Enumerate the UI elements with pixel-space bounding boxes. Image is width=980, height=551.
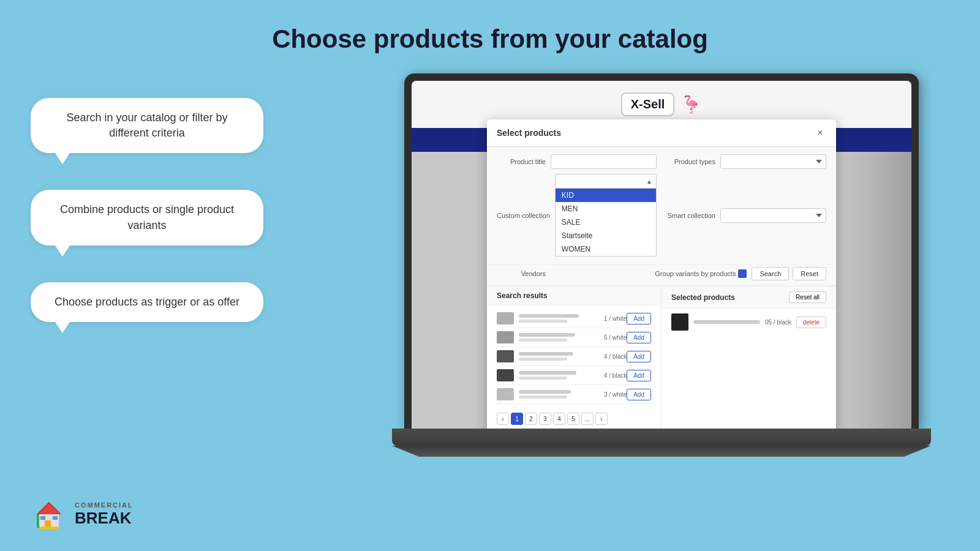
modal-columns: Search results 1 / white: [487, 286, 836, 429]
custom-collection-row: Custom collection ▲ KID MEN SALE Startse…: [497, 174, 657, 257]
logo-break: BREAK: [75, 509, 134, 528]
callout-trigger-text: Choose products as trigger or as offer: [55, 296, 239, 308]
page-2-btn[interactable]: 2: [525, 413, 537, 425]
product-list: 1 / white Add 5 / white: [487, 305, 661, 408]
product-info-4: [519, 371, 599, 380]
product-bar-short-5: [519, 395, 567, 399]
brand-name: X-Sell: [631, 97, 665, 111]
product-title-row: Product title: [497, 154, 657, 169]
group-variants-label: Group variants by products: [655, 269, 747, 278]
group-variants-text: Group variants by products: [655, 270, 736, 277]
add-button-5[interactable]: Add: [627, 389, 651, 400]
svg-rect-4: [40, 516, 45, 520]
add-button-1[interactable]: Add: [627, 313, 651, 324]
smart-collection-row: Smart collection: [666, 174, 826, 257]
vendors-filter-label: Vendors: [497, 270, 546, 277]
page-ellipsis: ...: [581, 413, 594, 425]
product-bar-short-1: [519, 320, 567, 323]
product-bar-3: [519, 352, 573, 356]
svg-rect-7: [37, 514, 39, 528]
product-variant-1: 1 / white: [604, 315, 627, 322]
product-item-1: 1 / white Add: [497, 309, 651, 328]
page-1-btn[interactable]: 1: [511, 413, 523, 425]
chevron-up-icon: ▲: [646, 178, 652, 185]
product-bar-5: [519, 390, 571, 394]
product-types-label: Product types: [666, 158, 715, 165]
flamingo-icon: 🦩: [680, 94, 702, 114]
page-prev-btn[interactable]: ‹: [497, 413, 509, 425]
vendor-startseite[interactable]: Startseite: [556, 229, 656, 242]
product-variant-5: 3 / white: [604, 391, 627, 398]
logo-icon: [31, 496, 67, 533]
product-thumb-1: [497, 312, 514, 324]
add-button-4[interactable]: Add: [627, 370, 651, 381]
delete-button-1[interactable]: delete: [796, 317, 826, 328]
app-content: Select products × Product title Product …: [412, 152, 911, 429]
custom-collection-trigger[interactable]: ▲: [555, 174, 657, 189]
laptop-base: [392, 429, 931, 446]
vendor-sale[interactable]: SALE: [556, 216, 656, 229]
vendor-women[interactable]: WOMEN: [556, 242, 656, 256]
selected-products-header: Selected products Reset all: [662, 287, 836, 309]
modal-select-products: Select products × Product title Product …: [487, 119, 836, 429]
product-title-input[interactable]: [551, 154, 657, 169]
vendor-kid[interactable]: KID: [556, 189, 656, 202]
logo-commercial: COMMERCIAL: [75, 501, 134, 509]
page-title: Choose products from your catalog: [0, 0, 980, 54]
modal-close-button[interactable]: ×: [814, 127, 826, 139]
svg-rect-8: [39, 527, 59, 529]
group-variants-checkbox[interactable]: [738, 269, 747, 278]
add-button-3[interactable]: Add: [627, 351, 651, 362]
page-4-btn[interactable]: 4: [553, 413, 565, 425]
product-info-5: [519, 390, 599, 399]
product-item-5: 3 / white Add: [497, 385, 651, 404]
product-thumb-3: [497, 350, 514, 362]
product-item-3: 4 / black Add: [497, 347, 651, 366]
add-button-2[interactable]: Add: [627, 332, 651, 343]
selected-products-col: Selected products Reset all 05 / black d…: [662, 287, 836, 429]
reset-button[interactable]: Reset: [793, 267, 826, 280]
product-bar-1: [519, 314, 579, 318]
modal-filters: Product title Product types Custom colle…: [487, 147, 836, 264]
product-types-select[interactable]: [720, 154, 826, 169]
logo-text: COMMERCIAL BREAK: [75, 501, 134, 528]
product-title-label: Product title: [497, 158, 546, 165]
product-item-2: 5 / white Add: [497, 328, 651, 347]
laptop: X-Sell 🦩 Select products ×: [404, 73, 931, 514]
callout-combine: Combine products or single product varia…: [31, 190, 263, 245]
smart-collection-label: Smart collection: [666, 212, 715, 219]
callout-search-text: Search in your catalog or filter by diff…: [66, 111, 227, 139]
page-5-btn[interactable]: 5: [567, 413, 579, 425]
product-thumb-4: [497, 369, 514, 381]
product-bar-short-3: [519, 358, 567, 361]
custom-collection-label: Custom collection: [497, 212, 550, 219]
page-next-btn[interactable]: ›: [595, 413, 608, 425]
product-bar-short-4: [519, 377, 567, 380]
search-results-col: Search results 1 / white: [487, 287, 662, 429]
product-info-1: [519, 314, 599, 323]
reset-all-button[interactable]: Reset all: [789, 291, 826, 303]
custom-collection-container: ▲ KID MEN SALE Startseite WOMEN: [555, 174, 657, 257]
laptop-screen-inner: X-Sell 🦩 Select products ×: [412, 81, 911, 429]
vendor-men[interactable]: MEN: [556, 202, 656, 216]
callout-combine-text: Combine products or single product varia…: [60, 203, 234, 231]
product-thumb-2: [497, 331, 514, 343]
xsell-badge: X-Sell: [621, 92, 675, 116]
page-3-btn[interactable]: 3: [539, 413, 551, 425]
product-item-4: 4 / black Add: [497, 366, 651, 385]
selected-bar-1: [693, 320, 760, 324]
product-bar-4: [519, 371, 576, 375]
selected-product-item-1: 05 / black delete: [662, 309, 836, 335]
product-variant-2: 5 / white: [604, 334, 627, 341]
selected-variant-1: 05 / black: [765, 319, 791, 326]
vendors-list: KID MEN SALE Startseite WOMEN: [555, 189, 657, 257]
smart-collection-select[interactable]: [720, 208, 826, 223]
modal-header: Select products ×: [487, 119, 836, 147]
search-button[interactable]: Search: [752, 267, 789, 280]
product-variant-3: 4 / black: [604, 353, 627, 360]
product-types-row: Product types: [666, 154, 826, 169]
search-results-header: Search results: [487, 287, 661, 305]
product-info-3: [519, 352, 599, 361]
product-bar-2: [519, 333, 575, 337]
app-logo: X-Sell 🦩: [621, 92, 703, 116]
